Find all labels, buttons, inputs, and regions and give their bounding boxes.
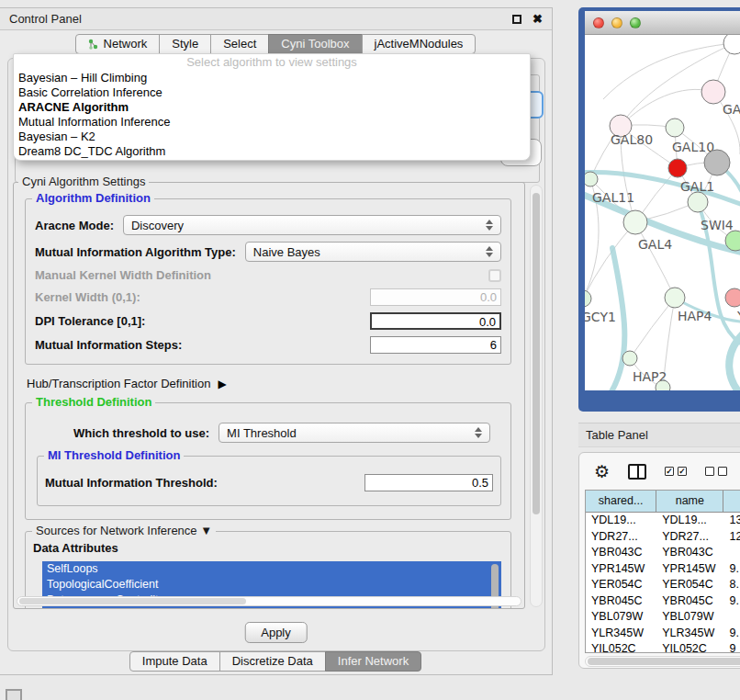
network-node[interactable] (668, 159, 687, 177)
network-window-titlebar[interactable] (585, 11, 740, 35)
tab-cyni-toolbox[interactable]: Cyni Toolbox (268, 34, 362, 54)
deselect-all-icon[interactable] (705, 467, 727, 476)
table-cell: YDL19... (656, 513, 723, 529)
network-view-window: GALGAL80GAL10GAL1GAL11GAL4SWI4GCY1HAP4YH… (578, 7, 740, 412)
attribute-item[interactable]: gal4RGexp (42, 608, 501, 609)
tab-style[interactable]: Style (159, 34, 211, 54)
network-node-label: Y (736, 309, 740, 323)
network-node[interactable] (723, 35, 740, 54)
tab-discretize-data[interactable]: Discretize Data (219, 651, 326, 672)
aracne-mode-select[interactable]: Discovery (123, 215, 501, 235)
tab-select[interactable]: Select (210, 34, 269, 54)
kernel-width-field[interactable]: 0.0 (370, 288, 501, 306)
mi-type-row: Mutual Information Algorithm Type: Naive… (35, 242, 501, 262)
network-node[interactable] (622, 351, 637, 366)
algorithm-definition-group: Algorithm Definition Aracne Mode: Discov… (25, 198, 511, 365)
minimize-window-icon[interactable] (611, 17, 622, 28)
aracne-mode-label: Aracne Mode: (35, 219, 114, 232)
tab-label: Impute Data (142, 652, 207, 671)
mi-threshold-definition-group: MI Threshold Definition Mutual Informati… (37, 456, 501, 506)
attribute-item[interactable]: SelfLoops (42, 561, 501, 577)
settings-vertical-scrollbar[interactable] (530, 185, 543, 607)
mi-type-select[interactable]: Naive Bayes (245, 242, 501, 262)
algorithm-option[interactable]: Dream8 DC_TDC Algorithm (18, 144, 530, 159)
close-window-icon[interactable] (593, 17, 604, 28)
settings-horizontal-scrollbar[interactable] (17, 596, 521, 606)
network-node-label: GAL10 (672, 140, 714, 154)
network-node[interactable] (665, 288, 685, 308)
sources-title-text: Sources for Network Inference (36, 524, 197, 537)
minimized-panel-chip[interactable] (6, 689, 22, 700)
tab-impute-data[interactable]: Impute Data (129, 651, 220, 672)
attribute-item[interactable]: TopologicalCoefficient (42, 577, 501, 593)
network-node[interactable] (585, 172, 598, 186)
algorithm-definition-title: Algorithm Definition (32, 191, 154, 205)
algorithm-option[interactable]: ARACNE Algorithm (18, 100, 530, 115)
manual-kernel-label: Manual Kernel Width Definition (35, 268, 211, 282)
mi-steps-field[interactable]: 6 (370, 336, 501, 354)
network-node[interactable] (666, 119, 684, 137)
table-cell: 12 (723, 529, 740, 546)
gear-icon[interactable]: ⚙ (594, 463, 610, 480)
algorithm-option[interactable]: Basic Correlation Inference (18, 85, 530, 100)
unchecked-box-icon (705, 467, 714, 476)
network-node[interactable] (623, 210, 647, 234)
which-threshold-select[interactable]: MI Threshold (219, 423, 490, 443)
network-node[interactable] (656, 380, 670, 390)
scrollbar-thumb[interactable] (19, 598, 246, 604)
unchecked-box-icon (718, 467, 727, 476)
table-row[interactable]: YBR043CYBR043C (586, 545, 740, 561)
algorithm-dropdown-prompt: Select algorithm to view settings (14, 54, 530, 71)
table-row[interactable]: YLR345WYLR345W9. (586, 626, 740, 642)
network-node[interactable] (704, 150, 730, 175)
close-panel-icon[interactable]: ✖ (533, 15, 543, 24)
algorithm-option[interactable]: Bayesian – Hill Climbing (18, 71, 530, 85)
tab-jactivemnodules[interactable]: jActiveMNodules (362, 34, 477, 54)
network-node[interactable] (701, 80, 725, 104)
table-row[interactable]: YBL079WYBL079W (586, 609, 740, 626)
table-cell: YBL079W (586, 609, 656, 626)
algorithm-option[interactable]: Bayesian – K2 (18, 130, 530, 144)
table-row[interactable]: YPR145WYPR145W9. (586, 561, 740, 578)
columns-icon[interactable] (628, 464, 646, 480)
column-header[interactable] (723, 491, 740, 513)
network-node[interactable] (585, 290, 591, 307)
table-row[interactable]: YBR045CYBR045C9. (586, 593, 740, 610)
column-header[interactable]: shared... (586, 491, 656, 513)
network-canvas[interactable]: GALGAL80GAL10GAL1GAL11GAL4SWI4GCY1HAP4YH… (585, 35, 740, 390)
table-cell: 9. (723, 561, 740, 578)
float-panel-icon[interactable] (512, 15, 521, 24)
dpi-tolerance-label: DPI Tolerance [0,1]: (35, 314, 145, 328)
column-header[interactable]: name (656, 491, 723, 513)
table-horizontal-scrollbar[interactable] (585, 656, 740, 667)
settings-group-title: Cyni Algorithm Settings (18, 175, 149, 188)
table-body[interactable]: YDL19...YDL19...13YDR27...YDR27...12YBR0… (586, 513, 740, 652)
table-row[interactable]: YDL19...YDL19...13 (586, 513, 740, 529)
cyni-algorithm-settings-group: Cyni Algorithm Settings Algorithm Defini… (13, 182, 525, 609)
collapse-arrow-icon[interactable]: ▼ (200, 524, 212, 537)
scrollbar-thumb[interactable] (588, 658, 740, 665)
table-row[interactable]: YER054CYER054C8. (586, 577, 740, 593)
threshold-definition-title: Threshold Definition (32, 395, 155, 409)
dpi-tolerance-field[interactable]: 0.0 (370, 312, 501, 330)
apply-button[interactable]: Apply (244, 622, 308, 643)
tab-network[interactable]: Network (75, 34, 161, 54)
table-row[interactable]: YDR27...YDR27...12 (586, 529, 740, 546)
hub-definition-expander[interactable]: Hub/Transcription Factor Definition ▶ (27, 377, 519, 390)
node-table: shared...name YDL19...YDL19...13YDR27...… (585, 490, 740, 653)
kernel-width-label: Kernel Width (0,1): (35, 290, 140, 304)
table-cell: YER054C (656, 577, 723, 593)
scrollbar-thumb[interactable] (533, 193, 540, 514)
algorithm-option[interactable]: Mutual Information Inference (18, 115, 530, 130)
network-node[interactable] (688, 192, 708, 212)
manual-kernel-checkbox[interactable] (488, 269, 501, 282)
mi-threshold-field[interactable]: 0.5 (364, 474, 493, 491)
tab-infer-network[interactable]: Infer Network (325, 651, 421, 672)
algorithm-options-list: Bayesian – Hill ClimbingBasic Correlatio… (14, 71, 530, 159)
zoom-window-icon[interactable] (630, 17, 641, 28)
network-node[interactable] (725, 288, 740, 307)
select-all-icon[interactable]: ✓✓ (665, 467, 687, 476)
table-row[interactable]: YIL052CYIL052C9 (586, 641, 740, 652)
network-node-label: GAL4 (638, 237, 672, 252)
data-attributes-label: Data Attributes (33, 541, 503, 555)
